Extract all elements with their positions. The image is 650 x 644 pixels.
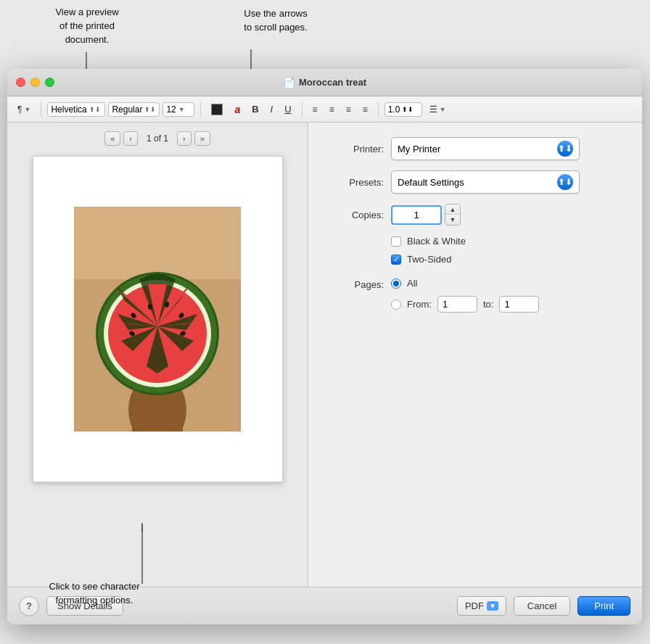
line-spacing-selector[interactable]: 1.0 ⬆⬇ [384, 102, 422, 117]
first-page-button[interactable]: « [104, 131, 120, 146]
two-sided-row: Two-Sided [326, 254, 625, 265]
pages-all-label: All [407, 278, 417, 289]
color-swatch [211, 104, 223, 115]
pages-label: Pages: [326, 278, 384, 290]
svg-rect-5 [74, 207, 241, 279]
two-sided-label: Two-Sided [407, 254, 451, 265]
next-page-button[interactable]: › [177, 131, 192, 146]
copies-increment[interactable]: ▲ [445, 205, 460, 215]
title-bar: 📄 Moroccan treat [7, 69, 642, 96]
bottom-right: PDF ▼ Cancel Print [320, 596, 630, 616]
italic-a-icon: a [234, 104, 240, 115]
pdf-dropdown-arrow: ▼ [487, 601, 498, 611]
pages-section: Pages: All From: 1 to: 1 [326, 278, 625, 313]
paragraph-icon: ¶ [17, 104, 22, 115]
to-input[interactable]: 1 [499, 296, 539, 313]
up-down-arrows-2: ⬆⬇ [558, 177, 572, 187]
document-icon: 📄 [283, 77, 295, 88]
black-white-label: Black & White [407, 236, 466, 247]
last-page-icon: » [200, 134, 205, 143]
last-page-button[interactable]: » [194, 131, 210, 146]
italic-button[interactable]: I [266, 102, 278, 116]
page-navigation: « ‹ 1 of 1 › » [104, 131, 210, 146]
align-right-button[interactable]: ≡ [342, 103, 355, 116]
chevron-down-icon-2: ▼ [440, 106, 446, 113]
preview-image [74, 207, 241, 432]
toolbar: ¶ ▼ Helvetica ⬆⬇ Regular ⬆⬇ 12 ▼ a B I U… [7, 96, 642, 123]
toolbar-divider-2 [200, 102, 201, 117]
bold-button[interactable]: B [247, 102, 263, 116]
pages-all-radio[interactable] [391, 278, 401, 289]
black-white-checkbox[interactable] [391, 236, 401, 247]
cancel-button[interactable]: Cancel [514, 596, 570, 616]
font-style-selector[interactable]: Regular ⬆⬇ [108, 102, 160, 117]
chevron-down-icon: ▼ [24, 106, 30, 113]
chevron-icon-3: ▼ [178, 106, 185, 113]
print-dialog: 📄 Moroccan treat ¶ ▼ Helvetica ⬆⬇ Regula… [7, 69, 642, 624]
align-center-icon: ≡ [329, 104, 334, 115]
copies-decrement[interactable]: ▼ [445, 215, 460, 225]
pages-all-row: All [391, 278, 539, 289]
from-label: From: [407, 299, 432, 310]
svg-rect-7 [132, 395, 183, 432]
text-color-picker[interactable] [207, 102, 227, 117]
font-name-selector[interactable]: Helvetica ⬆⬇ [47, 102, 105, 117]
window-title: 📄 Moroccan treat [283, 77, 366, 88]
copies-input[interactable]: 1 [391, 205, 442, 225]
pdf-button[interactable]: PDF ▼ [457, 596, 506, 616]
annotation-formatting-options: Click to see characterformatting options… [15, 580, 174, 608]
print-button[interactable]: Print [577, 596, 630, 616]
chevron-icon: ⬆⬇ [89, 106, 101, 113]
printer-label: Printer: [326, 144, 384, 154]
list-icon: ☰ [429, 104, 437, 115]
next-page-icon: › [183, 134, 186, 143]
toolbar-divider-1 [41, 102, 41, 117]
first-page-icon: « [110, 134, 115, 143]
preview-panel: « ‹ 1 of 1 › » [7, 123, 308, 587]
text-style-a[interactable]: a [230, 102, 244, 117]
paragraph-style-selector[interactable]: ¶ ▼ [13, 103, 35, 116]
presets-selector[interactable]: Default Settings ⬆⬇ [391, 170, 580, 194]
toolbar-divider-4 [378, 102, 379, 117]
printer-control: My Printer ⬆⬇ [391, 137, 625, 160]
align-left-icon: ≡ [313, 104, 318, 115]
font-size-selector[interactable]: 12 ▼ [162, 102, 194, 117]
traffic-lights [16, 78, 54, 87]
align-center-button[interactable]: ≡ [325, 103, 339, 116]
align-justify-button[interactable]: ≡ [358, 103, 372, 116]
printer-selector[interactable]: My Printer ⬆⬇ [391, 137, 580, 160]
black-white-row: Black & White [326, 236, 625, 247]
pages-range-radio[interactable] [391, 300, 401, 310]
copies-row: Copies: 1 ▲ ▼ [326, 204, 625, 226]
toolbar-divider-3 [302, 102, 303, 117]
presets-row: Presets: Default Settings ⬆⬇ [326, 170, 625, 194]
page-info: 1 of 1 [141, 133, 174, 144]
annotation-scroll-pages: Use the arrowsto scroll pages. [207, 7, 345, 35]
copies-stepper: 1 ▲ ▼ [391, 204, 461, 226]
minimize-button[interactable] [30, 78, 40, 87]
prev-page-button[interactable]: ‹ [123, 131, 138, 146]
settings-panel: Printer: My Printer ⬆⬇ Presets: Default … [308, 123, 642, 587]
stepper-arrows-icon: ⬆⬇ [402, 106, 414, 113]
copies-arrows: ▲ ▼ [445, 204, 461, 226]
annotation-view-preview: View a previewof the printeddocument. [22, 6, 152, 47]
presets-label: Presets: [326, 177, 384, 188]
presets-dropdown-arrow[interactable]: ⬆⬇ [557, 174, 573, 190]
pages-options: All From: 1 to: 1 [391, 278, 539, 313]
underline-button[interactable]: U [280, 102, 295, 116]
up-down-arrows: ⬆⬇ [558, 144, 572, 154]
maximize-button[interactable] [45, 78, 54, 87]
document-preview [33, 156, 283, 482]
list-style-button[interactable]: ☰ ▼ [425, 103, 451, 116]
copies-label: Copies: [326, 210, 384, 220]
printer-dropdown-arrow[interactable]: ⬆⬇ [557, 141, 573, 157]
align-left-button[interactable]: ≡ [308, 103, 322, 116]
two-sided-checkbox[interactable] [391, 255, 401, 265]
to-label: to: [483, 299, 493, 310]
close-button[interactable] [16, 78, 25, 87]
align-right-icon: ≡ [346, 104, 351, 115]
from-input[interactable]: 1 [437, 296, 477, 313]
prev-page-icon: ‹ [129, 134, 132, 143]
main-content: « ‹ 1 of 1 › » [7, 123, 642, 587]
chevron-icon-2: ⬆⬇ [144, 106, 156, 113]
